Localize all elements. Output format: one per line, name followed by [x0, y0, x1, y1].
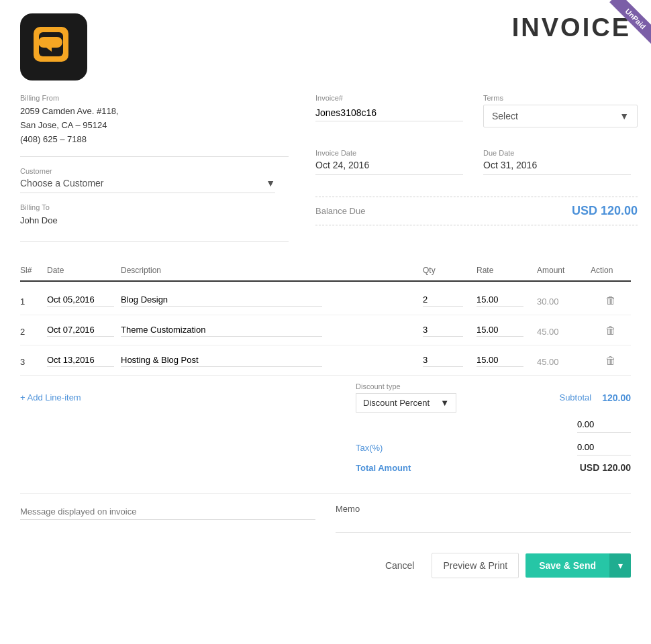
billing-from-line1: 2059 Camden Ave. #118, — [20, 105, 289, 119]
row2-rate — [477, 323, 537, 337]
customer-placeholder: Choose a Customer — [20, 178, 104, 189]
invoice-date-group: Invoice Date Oct 24, 2016 — [315, 149, 463, 175]
invoice-number-group: Invoice# — [315, 94, 463, 127]
customer-select[interactable]: Choose a Customer ▼ — [20, 178, 275, 193]
row1-desc-input[interactable] — [121, 293, 322, 307]
billing-from-label: Billing From — [20, 94, 289, 102]
terms-value: Select — [492, 111, 518, 121]
row1-amount: 30.00 — [537, 297, 591, 307]
billing-from-line2: San Jose, CA – 95124 — [20, 119, 289, 133]
table-row: 3 45.00 🗑 — [20, 345, 631, 376]
preview-print-button[interactable]: Preview & Print — [432, 553, 519, 578]
discount-type-label: Discount type — [356, 382, 456, 390]
row2-rate-input[interactable] — [477, 323, 523, 337]
row2-delete-button[interactable]: 🗑 — [605, 325, 616, 336]
discount-value-input[interactable] — [577, 417, 631, 433]
summary-section: Discount type Discount Percent ▼ Subtota… — [356, 382, 631, 473]
message-input[interactable] — [20, 504, 315, 520]
memo-section: Memo — [20, 493, 631, 533]
row1-date-input[interactable] — [47, 293, 114, 307]
table-header: Sl# Date Description Qty Rate Amount Act… — [20, 266, 631, 282]
th-date: Date — [47, 266, 121, 275]
discount-type-area: Discount type Discount Percent ▼ — [356, 382, 456, 413]
row2-amount: 45.00 — [537, 327, 591, 337]
discount-value-row — [356, 417, 631, 433]
cancel-button[interactable]: Cancel — [374, 553, 425, 578]
memo-label: Memo — [336, 504, 631, 514]
row3-date — [47, 354, 121, 367]
terms-label: Terms — [483, 94, 638, 102]
row2-desc — [121, 323, 423, 337]
billing-to-section: Billing To John Doe — [20, 203, 289, 228]
row2-qty-input[interactable] — [423, 323, 463, 337]
message-field — [20, 504, 315, 533]
billing-to-value: John Doe — [20, 214, 289, 228]
subtotal-label: Subtotal — [559, 392, 591, 402]
table-row: 1 30.00 🗑 — [20, 285, 631, 315]
add-line-item-button[interactable]: + Add Line-item — [20, 392, 81, 402]
save-send-area: Save & Send ▾ — [525, 553, 631, 578]
save-send-button[interactable]: Save & Send — [525, 553, 609, 578]
row1-delete-button[interactable]: 🗑 — [605, 294, 616, 306]
invoice-date-value[interactable]: Oct 24, 2016 — [315, 160, 463, 175]
subtotal-value: 120.00 — [602, 392, 631, 403]
tax-row: Tax(%) — [356, 439, 631, 455]
invoice-number-input[interactable] — [315, 105, 463, 121]
row3-date-input[interactable] — [47, 354, 114, 367]
terms-group: Terms Select ▼ — [483, 94, 638, 127]
row2-date-input[interactable] — [47, 323, 114, 337]
row3-desc — [121, 354, 423, 367]
row3-rate-input[interactable] — [477, 354, 523, 367]
line-items-section: Sl# Date Description Qty Rate Amount Act… — [20, 266, 631, 376]
th-qty: Qty — [423, 266, 477, 275]
billing-from-line3: (408) 625 – 7188 — [20, 133, 289, 147]
billing-to-label: Billing To — [20, 203, 289, 211]
terms-select[interactable]: Select ▼ — [483, 105, 638, 127]
customer-section: Customer Choose a Customer ▼ — [20, 167, 289, 193]
row2-desc-input[interactable] — [121, 323, 322, 337]
total-label: Total Amount — [356, 463, 411, 473]
row3-action: 🗑 — [591, 355, 631, 367]
invoice-date-label: Invoice Date — [315, 149, 463, 157]
total-row: Total Amount USD 120.00 — [356, 462, 631, 473]
tax-label[interactable]: Tax(%) — [356, 443, 383, 453]
row3-rate — [477, 354, 537, 367]
row2-sl: 2 — [20, 327, 47, 337]
row3-qty-input[interactable] — [423, 354, 463, 367]
th-rate: Rate — [477, 266, 537, 275]
footer-buttons: Cancel Preview & Print Save & Send ▾ — [20, 553, 631, 578]
app-logo — [20, 13, 87, 80]
discount-dropdown-icon: ▼ — [440, 398, 449, 408]
row1-rate-input[interactable] — [477, 293, 523, 307]
table-row: 2 45.00 🗑 — [20, 315, 631, 345]
row1-desc — [121, 293, 423, 307]
row2-date — [47, 323, 121, 337]
row2-action: 🗑 — [591, 325, 631, 337]
row3-sl: 3 — [20, 357, 47, 367]
row3-amount: 45.00 — [537, 357, 591, 367]
due-date-value[interactable]: Oct 31, 2016 — [483, 160, 631, 175]
tax-value-input[interactable] — [577, 439, 631, 455]
due-date-label: Due Date — [483, 149, 631, 157]
row1-qty-input[interactable] — [423, 293, 463, 307]
th-action: Action — [591, 266, 631, 275]
save-send-dropdown-button[interactable]: ▾ — [609, 553, 631, 578]
unpaid-badge: UnPaid — [609, 0, 651, 45]
customer-label: Customer — [20, 167, 289, 175]
th-description: Description — [121, 266, 423, 275]
row3-desc-input[interactable] — [121, 354, 322, 367]
total-value: USD 120.00 — [580, 462, 631, 473]
billing-from-section: Billing From 2059 Camden Ave. #118, San … — [20, 94, 289, 146]
memo-field: Memo — [336, 504, 631, 533]
row1-rate — [477, 293, 537, 307]
memo-input[interactable] — [336, 517, 631, 533]
row3-qty — [423, 354, 477, 367]
row1-sl: 1 — [20, 297, 47, 307]
row3-delete-button[interactable]: 🗑 — [605, 355, 616, 366]
terms-dropdown-icon: ▼ — [619, 111, 629, 121]
row1-qty — [423, 293, 477, 307]
balance-due-row: Balance Due USD 120.00 — [315, 197, 638, 225]
customer-dropdown-icon: ▼ — [266, 178, 275, 189]
due-date-group: Due Date Oct 31, 2016 — [483, 149, 631, 175]
discount-type-select[interactable]: Discount Percent ▼ — [356, 393, 456, 413]
